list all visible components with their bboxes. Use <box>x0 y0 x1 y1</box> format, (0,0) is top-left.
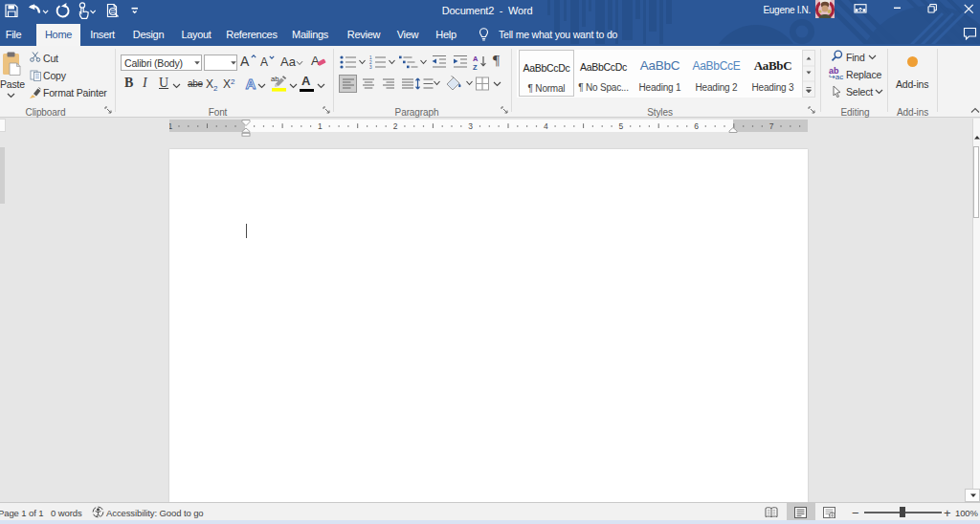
svg-text:3: 3 <box>468 121 473 131</box>
svg-text:7: 7 <box>769 121 774 131</box>
svg-text:1: 1 <box>318 121 323 131</box>
svg-text:2: 2 <box>393 121 398 131</box>
svg-text:Z: Z <box>473 63 478 71</box>
svg-text:1: 1 <box>369 55 372 60</box>
svg-text:3: 3 <box>369 65 372 70</box>
svg-text:A: A <box>246 76 256 91</box>
svg-text:5: 5 <box>619 121 624 131</box>
svg-text:6: 6 <box>694 121 699 131</box>
svg-text:1: 1 <box>169 121 172 131</box>
svg-text:2: 2 <box>369 60 372 65</box>
svg-text:4: 4 <box>544 121 548 131</box>
